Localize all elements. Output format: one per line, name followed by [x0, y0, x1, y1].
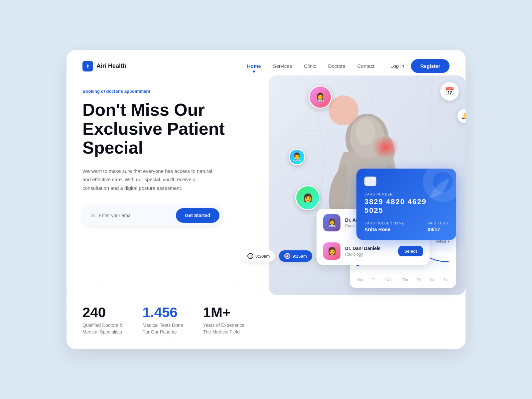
x-label-mon: Mon [356, 278, 363, 282]
x-label-thu: Thu [402, 278, 408, 282]
register-button[interactable]: Register [411, 59, 450, 73]
nav-links: Home Services Clinic Doctors Contact [247, 63, 374, 69]
calendar-icon: 📅 [445, 87, 454, 96]
doctor-row-2: 👩 Dr. Dani Daniels Radiology Select [317, 237, 430, 265]
stat-experience: 1M+ Years of ExperienceThe Medical Field [203, 306, 245, 335]
x-label-wed: Wed [386, 278, 393, 282]
card-valid-label: VAID THRU [428, 221, 448, 225]
doctor-bubble-2: 👨‍⚕️ [289, 149, 305, 165]
nav-link-clinic[interactable]: Clinic [304, 63, 316, 69]
nav-item-clinic[interactable]: Clinic [304, 63, 316, 69]
nav-item-home[interactable]: Home [247, 63, 261, 69]
select-doctor-2-button[interactable]: Select [398, 246, 423, 256]
chart-x-labels: Mon Tue Wed Thu Fri Sat Sun [356, 278, 450, 282]
card-number-label: CARD NUMBER [364, 193, 448, 196]
stats-section: 240 Qualified Doctors &Medical Specialis… [66, 295, 466, 346]
calendar-bubble: 📅 [440, 82, 459, 101]
doctor-bubble-1: 👩‍⚕️ [309, 85, 332, 109]
doctor-avatar-2: 👩 [323, 242, 340, 260]
hero-image-area: 👩‍⚕️ 👨‍⚕️ 👩 📅 🔔 [242, 82, 450, 295]
nav-link-services[interactable]: Services [273, 63, 292, 69]
doctor-avatar-1: 👩‍⚕️ [323, 214, 340, 231]
avatar-placeholder-2: 👩 [323, 242, 340, 260]
time-dot-1: 🕗 [247, 253, 253, 259]
time-label-1: 8:30am [255, 254, 270, 259]
avatar-placeholder-1: 👩‍⚕️ [323, 214, 340, 231]
stat-tests: 1.456 Medical Tests DoneFor Our Patients [143, 306, 183, 335]
svg-point-3 [355, 119, 375, 145]
booking-label: Booking of doctor's appointment [82, 89, 242, 94]
nav-link-home[interactable]: Home [247, 63, 261, 69]
nav-link-doctors[interactable]: Doctors [328, 63, 345, 69]
stat-number-doctors: 240 [82, 306, 123, 320]
nav-actions: Log In Register [390, 59, 450, 73]
login-button[interactable]: Log In [390, 63, 404, 69]
peach-decoration [329, 95, 358, 125]
email-icon: ✉ [90, 212, 95, 219]
stat-label-experience: Years of ExperienceThe Medical Field [203, 322, 245, 335]
x-label-fri: Fri [417, 278, 421, 282]
email-form: ✉ Get Started [82, 205, 222, 225]
navbar: ⚕ Airi Health Home Services Clinic Docto… [66, 50, 466, 82]
hero-content: Booking of doctor's appointment Don't Mi… [82, 82, 242, 295]
nav-item-services[interactable]: Services [273, 63, 292, 69]
brand-name: Airi Health [96, 63, 126, 69]
doctor-name-2: Dr. Dani Daniels [345, 246, 394, 251]
logo[interactable]: ⚕ Airi Health [82, 61, 126, 71]
time-slot-2[interactable]: ⏰ 9:15am [279, 250, 312, 262]
doctor-info-2: Dr. Dani Daniels Radiology [345, 246, 394, 257]
stat-number-experience: 1M+ [203, 306, 245, 320]
stat-doctors: 240 Qualified Doctors &Medical Specialis… [82, 306, 123, 335]
stat-number-tests: 1.456 [143, 306, 183, 320]
card-holder-label: CARD HOLDER NAME [364, 221, 404, 225]
time-dot-2: ⏰ [284, 253, 290, 259]
nav-item-doctors[interactable]: Doctors [328, 63, 345, 69]
x-label-tue: Tue [372, 278, 377, 282]
stat-label-doctors: Qualified Doctors &Medical Specialists [82, 322, 123, 335]
card-holder-name: Anita Rose [364, 226, 404, 232]
logo-icon: ⚕ [82, 61, 93, 71]
time-slot-1[interactable]: 🕗 8:30am [242, 250, 275, 262]
stat-label-tests: Medical Tests DoneFor Our Patients [143, 322, 183, 335]
get-started-button[interactable]: Get Started [176, 208, 219, 223]
credit-card: CARD NUMBER 3829 4820 4629 5025 CARD HOL… [356, 169, 456, 240]
nav-item-contact[interactable]: Contact [357, 63, 375, 69]
card-holder-section: CARD HOLDER NAME Anita Rose [364, 221, 404, 232]
time-label-2: 9:15am [292, 254, 307, 259]
card-chip [364, 177, 376, 186]
email-input[interactable] [99, 213, 176, 218]
doctor-bubble-3: 👩 [295, 185, 320, 210]
hero-description: We want to make sure that everyone has a… [82, 167, 215, 193]
card-footer: CARD HOLDER NAME Anita Rose VAID THRU 09… [364, 221, 448, 232]
card-valid-section: VAID THRU 09/17 [428, 221, 448, 232]
card-valid-date: 09/17 [428, 226, 448, 232]
main-card: ⚕ Airi Health Home Services Clinic Docto… [66, 50, 466, 349]
bell-icon: 🔔 [461, 112, 466, 120]
nav-link-contact[interactable]: Contact [357, 63, 375, 69]
hero-section: Booking of doctor's appointment Don't Mi… [66, 82, 466, 295]
svg-point-2 [372, 135, 399, 159]
hero-title: Don't Miss Our Exclusive Patient Special [82, 100, 242, 158]
x-label-sun: Sun [444, 278, 450, 282]
x-label-sat: Sat [430, 278, 435, 282]
doctor-specialty-2: Radiology [345, 252, 394, 257]
